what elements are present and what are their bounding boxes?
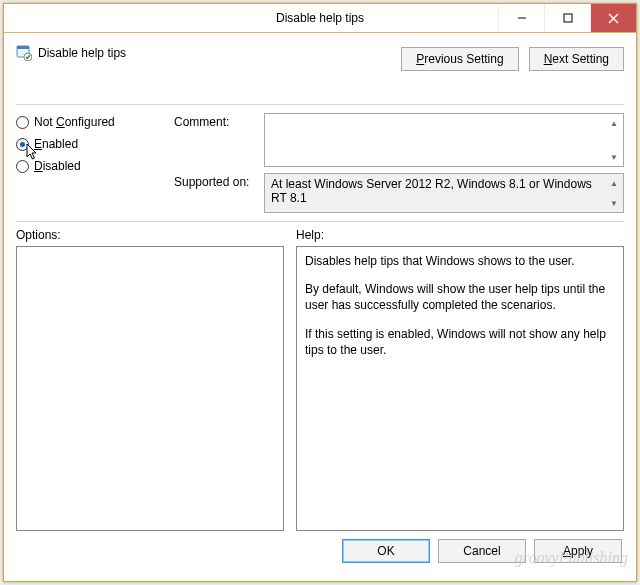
- supported-label: Supported on:: [174, 173, 258, 189]
- scroll-up-icon[interactable]: ▲: [606, 115, 622, 131]
- comment-input[interactable]: ▲ ▼: [264, 113, 624, 167]
- radio-enabled[interactable]: Enabled: [16, 137, 174, 151]
- header-row: Disable help tips Previous Setting Next …: [16, 41, 624, 105]
- prev-label: revious Setting: [424, 52, 503, 66]
- help-paragraph: If this setting is enabled, Windows will…: [305, 326, 615, 358]
- dialog-content: Disable help tips Previous Setting Next …: [4, 33, 636, 581]
- previous-setting-button[interactable]: Previous Setting: [401, 47, 518, 71]
- close-button[interactable]: [590, 4, 636, 32]
- panels-row: Options: Help: Disables help tips that W…: [16, 228, 624, 531]
- ok-button[interactable]: OK: [342, 539, 430, 563]
- help-paragraph: By default, Windows will show the user h…: [305, 281, 615, 313]
- cancel-button[interactable]: Cancel: [438, 539, 526, 563]
- apply-label: pply: [571, 544, 593, 558]
- maximize-button[interactable]: [544, 4, 590, 32]
- fields-column: Comment: ▲ ▼ Supported on: At least Wind…: [174, 113, 624, 213]
- scroll-up-icon[interactable]: ▲: [606, 175, 622, 191]
- supported-display: At least Windows Server 2012 R2, Windows…: [264, 173, 624, 213]
- policy-title: Disable help tips: [38, 46, 126, 60]
- svg-rect-5: [17, 46, 29, 49]
- help-label: Help:: [296, 228, 624, 242]
- scroll-down-icon[interactable]: ▼: [606, 195, 622, 211]
- comment-row: Comment: ▲ ▼: [174, 113, 624, 167]
- radio-input[interactable]: [16, 116, 29, 129]
- next-setting-button[interactable]: Next Setting: [529, 47, 624, 71]
- comment-label: Comment:: [174, 113, 258, 129]
- scroll-down-icon[interactable]: ▼: [606, 149, 622, 165]
- options-column: Options:: [16, 228, 284, 531]
- window-controls: [498, 4, 636, 32]
- help-box[interactable]: Disables help tips that Windows shows to…: [296, 246, 624, 531]
- policy-icon: [16, 45, 32, 61]
- radio-label: Disabled: [34, 159, 81, 173]
- titlebar-spacer: [4, 4, 142, 32]
- state-and-fields: Not Configured Enabled Disabled: [16, 113, 624, 222]
- help-column: Help: Disables help tips that Windows sh…: [296, 228, 624, 531]
- options-label: Options:: [16, 228, 284, 242]
- next-label: ext Setting: [552, 52, 609, 66]
- radio-input[interactable]: [16, 138, 29, 151]
- dialog-buttons: OK Cancel Apply: [16, 531, 624, 571]
- radio-label: Not Configured: [34, 115, 115, 129]
- radio-disabled[interactable]: Disabled: [16, 159, 174, 173]
- supported-value: At least Windows Server 2012 R2, Windows…: [265, 174, 623, 208]
- help-paragraph: Disables help tips that Windows shows to…: [305, 253, 615, 269]
- radio-input[interactable]: [16, 160, 29, 173]
- window-title: Disable help tips: [142, 4, 498, 32]
- policy-title-group: Disable help tips: [16, 41, 126, 61]
- comment-value: [265, 114, 623, 120]
- state-radios: Not Configured Enabled Disabled: [16, 113, 174, 213]
- apply-button[interactable]: Apply: [534, 539, 622, 563]
- radio-label: Enabled: [34, 137, 78, 151]
- supported-row: Supported on: At least Windows Server 20…: [174, 173, 624, 213]
- dialog-window: Disable help tips: [3, 3, 637, 582]
- radio-not-configured[interactable]: Not Configured: [16, 115, 174, 129]
- svg-rect-1: [564, 14, 572, 22]
- options-box[interactable]: [16, 246, 284, 531]
- nav-buttons: Previous Setting Next Setting: [401, 47, 624, 71]
- minimize-button[interactable]: [498, 4, 544, 32]
- titlebar[interactable]: Disable help tips: [4, 4, 636, 33]
